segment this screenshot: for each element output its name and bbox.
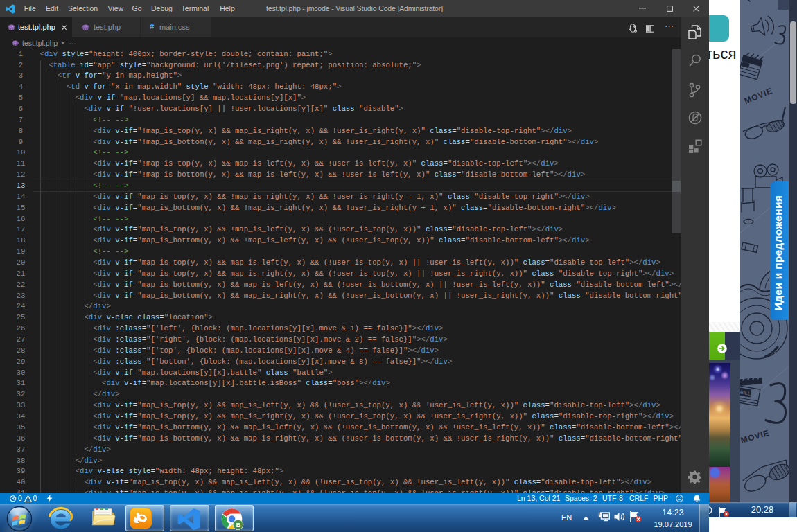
svg-text:B: B: [236, 521, 241, 529]
svg-text:MOVIE: MOVIE: [743, 86, 774, 106]
svg-text:MOVIE: MOVIE: [740, 428, 771, 445]
